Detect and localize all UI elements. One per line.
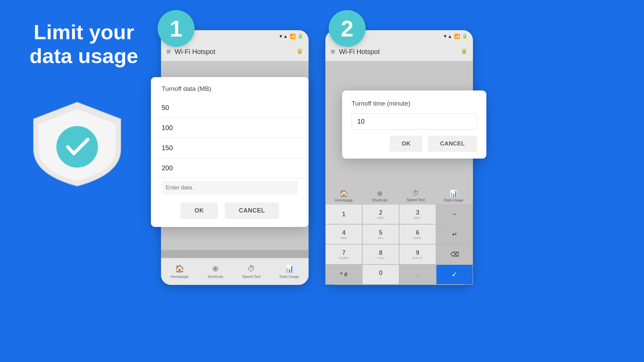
key-backspace[interactable]: ⌫ bbox=[436, 244, 473, 264]
dialog-1-cancel-button[interactable]: CANCEL bbox=[225, 202, 279, 219]
keyboard-row-4: * # 0 + . ✓ bbox=[325, 264, 473, 285]
shield-icon bbox=[23, 97, 131, 188]
keyboard-datausage-icon: 📊 bbox=[449, 189, 458, 197]
phone-1-bottom-nav: 🏠 Homepage ⊕ Shortcuts ⏱ Speed Test 📊 Da… bbox=[161, 258, 309, 285]
key-confirm[interactable]: ✓ bbox=[436, 264, 473, 285]
keyboard-nav-shortcuts[interactable]: ⊕ Shortcuts bbox=[372, 189, 387, 202]
option-200[interactable]: 200 bbox=[151, 158, 309, 178]
homepage-label-1: Homepage bbox=[170, 275, 189, 279]
crown-icon-1: ♛ bbox=[297, 47, 303, 56]
option-150[interactable]: 150 bbox=[151, 138, 309, 158]
step-1-bubble: 1 bbox=[158, 10, 195, 47]
dialog-2-title: Turnoff time (minute) bbox=[352, 100, 477, 107]
dialog-1-buttons: OK CANCEL bbox=[151, 197, 309, 222]
key-1[interactable]: 1 bbox=[325, 204, 362, 224]
option-50[interactable]: 50 bbox=[151, 98, 309, 118]
left-section: Limit your data usage bbox=[13, 20, 154, 68]
dialog-1-title: Turnoff data (MB) bbox=[151, 85, 309, 98]
dialog-1-ok-button[interactable]: OK bbox=[180, 202, 218, 219]
dialog-1-input[interactable] bbox=[162, 181, 298, 194]
shield-container bbox=[23, 97, 138, 191]
keyboard-speedtest-label: Speed Test bbox=[407, 198, 425, 202]
step-2-bubble: 2 bbox=[329, 10, 366, 47]
crown-icon-2: ♛ bbox=[461, 47, 468, 56]
keyboard-homepage-label: Homepage bbox=[335, 198, 353, 202]
key-star-hash[interactable]: * # bbox=[325, 264, 362, 285]
status-icons-2: ▼▲ 📶 🔋 bbox=[443, 34, 468, 39]
nav-datausage-1[interactable]: 📊 Data Usage bbox=[280, 264, 299, 279]
keyboard-homepage-icon: 🏠 bbox=[340, 189, 348, 197]
key-5[interactable]: 5 JKL bbox=[362, 224, 399, 244]
key-8[interactable]: 8 TUV bbox=[362, 244, 399, 264]
key-6[interactable]: 6 MNO bbox=[399, 224, 436, 244]
nav-homepage-1[interactable]: 🏠 Homepage bbox=[170, 264, 189, 279]
svg-point-0 bbox=[56, 126, 98, 168]
key-4[interactable]: 4 GHI bbox=[325, 224, 362, 244]
toolbar-title-2: Wi-Fi Hotspot bbox=[339, 48, 457, 56]
key-2[interactable]: 2 ABC bbox=[362, 204, 399, 224]
option-100[interactable]: 100 bbox=[151, 118, 309, 138]
key-enter[interactable]: ↵ bbox=[436, 224, 473, 244]
key-9[interactable]: 9 WXYZ bbox=[399, 244, 436, 264]
status-icons-1: ▼▲ 📶 🔋 bbox=[278, 34, 303, 39]
keyboard-nav-homepage[interactable]: 🏠 Homepage bbox=[335, 189, 353, 202]
menu-icon-1: ≡ bbox=[166, 47, 171, 56]
subheadline: Timer for safe data sharing bbox=[13, 218, 158, 362]
dialog-turnoff-time: Turnoff time (minute) OK CANCEL bbox=[342, 90, 486, 159]
keyboard-row-2: 4 GHI 5 JKL 6 MNO ↵ bbox=[325, 224, 473, 244]
key-3[interactable]: 3 DEF bbox=[399, 204, 436, 224]
nav-shortcuts-1[interactable]: ⊕ Shortcuts bbox=[208, 264, 223, 279]
datausage-label-1: Data Usage bbox=[280, 275, 299, 279]
menu-icon-2: ≡ bbox=[331, 47, 335, 56]
key-7[interactable]: 7 PQRS bbox=[325, 244, 362, 264]
speedtest-icon-1: ⏱ bbox=[248, 264, 255, 273]
dialog-2-buttons: OK CANCEL bbox=[352, 136, 477, 152]
homepage-icon-1: 🏠 bbox=[175, 264, 184, 273]
keyboard-nav-datausage[interactable]: 📊 Data Usage bbox=[444, 189, 464, 202]
dialog-2-input[interactable] bbox=[352, 113, 477, 130]
toolbar-title-1: Wi-Fi Hotspot bbox=[175, 48, 292, 56]
keyboard: 🏠 Homepage ⊕ Shortcuts ⏱ Speed Test 📊 Da… bbox=[325, 186, 473, 285]
keyboard-datausage-label: Data Usage bbox=[444, 198, 464, 202]
headline: Limit your data usage bbox=[13, 20, 154, 68]
speedtest-label-1: Speed Test bbox=[242, 275, 261, 279]
shortcuts-icon-1: ⊕ bbox=[212, 264, 218, 273]
keyboard-row-1: 1 2 ABC 3 DEF − bbox=[325, 204, 473, 224]
key-minus[interactable]: − bbox=[436, 204, 473, 224]
shortcuts-label-1: Shortcuts bbox=[208, 275, 223, 279]
datausage-icon-1: 📊 bbox=[285, 264, 294, 273]
key-0[interactable]: 0 + bbox=[362, 264, 399, 285]
keyboard-speedtest-icon: ⏱ bbox=[412, 189, 419, 197]
key-dot[interactable]: . bbox=[399, 264, 436, 285]
keyboard-topbar: 🏠 Homepage ⊕ Shortcuts ⏱ Speed Test 📊 Da… bbox=[325, 186, 473, 204]
keyboard-shortcuts-label: Shortcuts bbox=[372, 198, 387, 202]
dialog-2-cancel-button[interactable]: CANCEL bbox=[428, 136, 477, 152]
keyboard-row-3: 7 PQRS 8 TUV 9 WXYZ ⌫ bbox=[325, 244, 473, 264]
dialog-2-ok-button[interactable]: OK bbox=[390, 136, 423, 152]
keyboard-nav-speedtest[interactable]: ⏱ Speed Test bbox=[407, 189, 425, 202]
keyboard-shortcuts-icon: ⊕ bbox=[377, 189, 383, 197]
dialog-turnoff-data: Turnoff data (MB) 50 100 150 200 OK CANC… bbox=[151, 77, 309, 227]
nav-speedtest-1[interactable]: ⏱ Speed Test bbox=[242, 264, 261, 279]
